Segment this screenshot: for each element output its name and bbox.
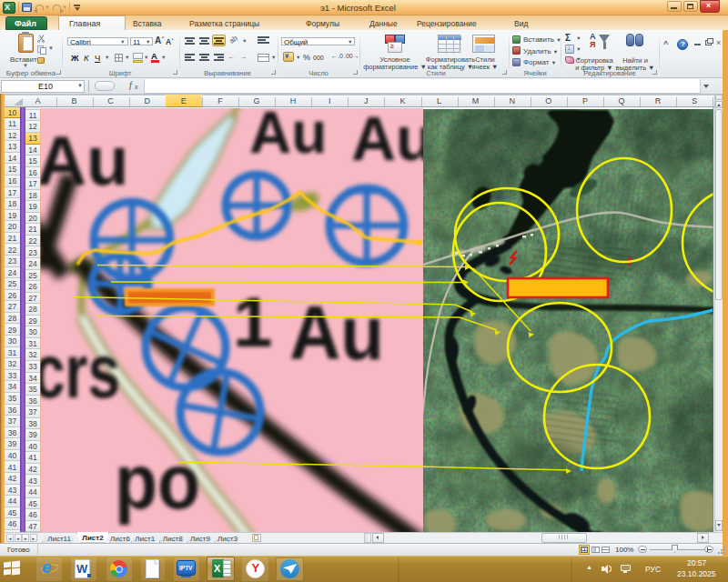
svg-text:Au: Au <box>351 104 434 173</box>
svg-text:Au: Au <box>249 100 327 166</box>
svg-text:po: po <box>115 437 200 525</box>
svg-text:crs: crs <box>33 328 120 414</box>
svg-text:Au: Au <box>36 122 128 199</box>
svg-text:1: 1 <box>233 282 272 362</box>
